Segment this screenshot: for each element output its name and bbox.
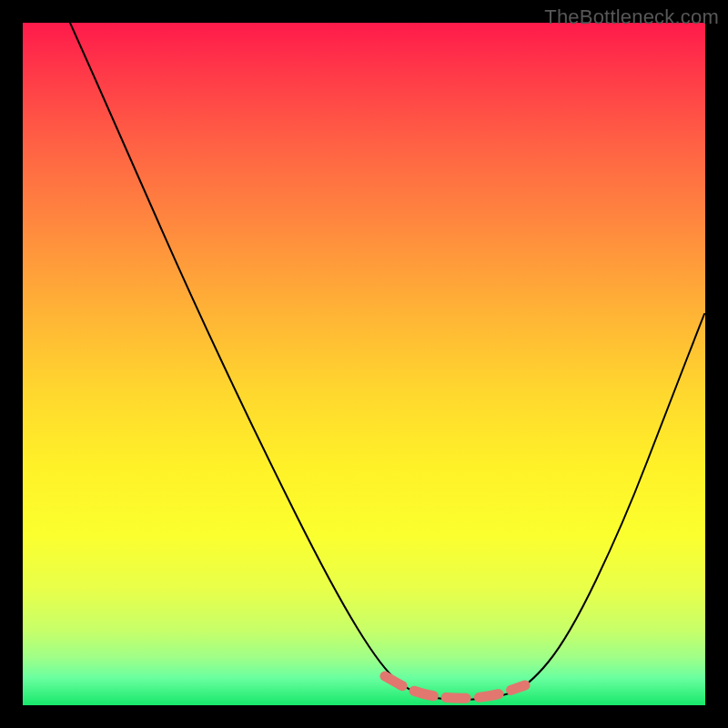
curve-svg bbox=[23, 23, 705, 705]
watermark-text: TheBottleneck.com bbox=[544, 5, 719, 29]
plot-area bbox=[23, 23, 705, 705]
bottleneck-curve bbox=[70, 23, 704, 700]
chart-frame: TheBottleneck.com bbox=[0, 0, 728, 728]
